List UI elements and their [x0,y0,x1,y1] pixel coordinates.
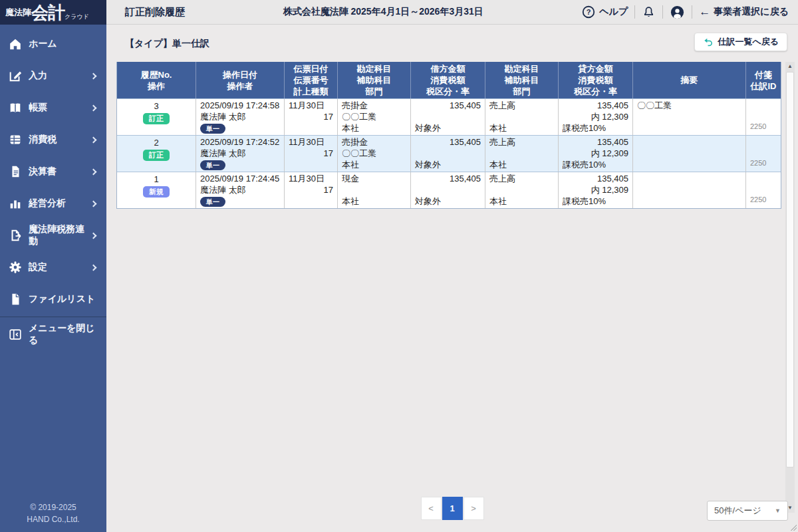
chevron-right-icon [90,200,97,207]
col-header-history-no: 履歴No.操作 [117,62,196,98]
back-to-journal-list-label: 仕訳一覧へ戻る [718,36,779,48]
chevron-right-icon [90,72,97,79]
scrollbar-thumb[interactable] [786,72,794,467]
account-button[interactable] [670,5,685,20]
book-icon [8,100,23,115]
sidebar-divider [0,317,106,317]
pagination: < 1 > [106,497,798,520]
topbar: 訂正削除履歴 株式会社魔法陣 2025年4月1日～2026年3月31日 ? ヘル… [106,0,798,25]
help-icon: ? [581,5,596,19]
sidebar-item-file-list[interactable]: ファイルリスト [0,283,106,315]
col-header-slip: 伝票日付伝票番号計上種類 [285,62,338,98]
cell-slip: 11月30日 17 [285,172,338,208]
edit-icon [8,68,23,83]
sidebar-item-label: 設定 [29,261,91,273]
bell-icon [642,5,656,19]
back-to-business-select-link[interactable]: ← 事業者選択に戻る [699,5,789,19]
sidebar: 魔法陣 会計 クラウド ホーム 入力 帳票 [0,0,106,532]
divider [634,5,635,19]
sidebar-item-settings[interactable]: 設定 [0,251,106,283]
cell-debit-amount: 135,405 対象外 [411,136,485,172]
table-row: 1 新規 2025/09/19 17:24:45 魔法陣 太郎 単一 11月30… [117,172,781,208]
help-button[interactable]: ? ヘルプ [581,5,628,19]
history-table: 履歴No.操作 操作日付操作者 伝票日付伝票番号計上種類 勘定科目補助科目部門 … [116,62,781,209]
sidebar-item-consumption-tax[interactable]: 消費税 [0,124,106,156]
file-list-icon [8,292,23,307]
cell-debit-account: 現金 本社 [338,172,411,208]
vertical-scrollbar[interactable]: ▲ ▼ [785,62,795,513]
cell-credit-account: 売上高 本社 [485,99,559,135]
back-to-business-select-label: 事業者選択に戻る [714,6,789,18]
cell-credit-amount: 135,405 内 12,309 課税売10% [559,172,633,208]
chevron-right-icon [90,136,97,143]
sidebar-item-close-menu[interactable]: メニューを閉じる [0,319,106,350]
entry-type-badge: 単一 [200,197,225,207]
scroll-up-arrow-icon[interactable]: ▲ [785,62,795,71]
table-header-row: 履歴No.操作 操作日付操作者 伝票日付伝票番号計上種類 勘定科目補助科目部門 … [117,62,781,98]
app-logo[interactable]: 魔法陣 会計 クラウド [0,0,106,25]
cell-debit-amount: 135,405 対象外 [411,172,485,208]
sidebar-item-label: 入力 [29,70,91,82]
sidebar-item-label: 決算書 [29,166,91,178]
sidebar-item-tax-link[interactable]: 魔法陣税務連動 [0,219,106,251]
chevron-right-icon [90,104,97,111]
sidebar-item-label: 帳票 [29,102,91,114]
chevron-down-icon: ▼ [775,507,781,514]
prev-page-button[interactable]: < [421,497,442,520]
divider [662,5,663,19]
journal-type-label: 【タイプ】単一仕訳 [125,38,209,50]
next-page-button[interactable]: > [464,497,484,520]
copyright-years: © 2019-2025 [0,501,106,513]
table-row: 3 訂正 2025/09/19 17:24:58 魔法陣 太郎 単一 11月30… [117,98,781,135]
sidebar-item-reports[interactable]: 帳票 [0,92,106,124]
cell-operator: 2025/09/19 17:24:52 魔法陣 太郎 単一 [196,136,285,172]
cell-debit-account: 売掛金 〇〇工業 本社 [338,136,411,172]
topbar-actions: ? ヘルプ ← 事業者選択に戻る [581,5,789,20]
chevron-right-icon [90,168,97,175]
page-number-button[interactable]: 1 [442,497,463,520]
cell-history-no: 1 新規 [117,172,196,208]
page-size-select[interactable]: 50件/ページ ▼ [707,501,788,521]
entry-type-badge: 単一 [200,124,225,134]
undo-arrow-icon [703,37,714,47]
table-row: 2 訂正 2025/09/19 17:24:52 魔法陣 太郎 単一 11月30… [117,135,781,172]
chevron-right-icon [90,232,97,239]
main-content: 【タイプ】単一仕訳 仕訳一覧へ戻る 履歴No.操作 操作日付操作者 伝票日付伝票… [106,25,798,532]
operation-badge: 訂正 [143,150,170,161]
back-to-journal-list-button[interactable]: 仕訳一覧へ戻る [694,33,787,51]
help-label: ヘルプ [599,6,628,18]
analysis-chart-icon [8,196,23,211]
tax-export-icon [8,228,23,243]
cell-credit-account: 売上高 本社 [485,172,559,208]
sidebar-item-label: ホーム [29,38,98,50]
statement-icon [8,164,23,179]
col-header-credit-amount: 貸方金額消費税額税区分・率 [559,62,633,98]
notifications-button[interactable] [642,5,656,19]
cell-slip: 11月30日 17 [285,136,338,172]
sidebar-item-input[interactable]: 入力 [0,60,106,92]
resize-corner-handle [790,524,797,531]
page-size-value: 50件/ページ [714,505,761,517]
col-header-debit-account: 勘定科目補助科目部門 [338,62,411,98]
user-avatar-icon [670,5,685,20]
cell-debit-amount: 135,405 対象外 [411,99,485,135]
svg-text:?: ? [587,8,591,16]
cell-credit-amount: 135,405 内 12,309 課税売10% [559,99,633,135]
sidebar-item-label: 消費税 [29,134,91,146]
sidebar-item-label: 経営分析 [29,198,91,209]
cell-credit-amount: 135,405 内 12,309 課税売10% [559,136,633,172]
cell-operator: 2025/09/19 17:24:58 魔法陣 太郎 単一 [196,99,285,135]
cell-debit-account: 売掛金 〇〇工業 本社 [338,99,411,135]
cell-operator: 2025/09/19 17:24:45 魔法陣 太郎 単一 [196,172,285,208]
cell-summary: 〇〇工業 [633,99,746,135]
cell-journal-id: 2250 [746,99,781,135]
logo-prefix: 魔法陣 [5,7,31,19]
sidebar-item-analysis[interactable]: 経営分析 [0,188,106,219]
col-header-credit-account: 勘定科目補助科目部門 [485,62,559,98]
sidebar-item-label: ファイルリスト [29,293,98,305]
sidebar-item-financial-statements[interactable]: 決算書 [0,156,106,188]
cell-credit-account: 売上高 本社 [485,136,559,172]
logo-suffix: クラウド [65,13,89,21]
collapse-menu-icon [8,327,23,342]
sidebar-item-home[interactable]: ホーム [0,28,106,60]
